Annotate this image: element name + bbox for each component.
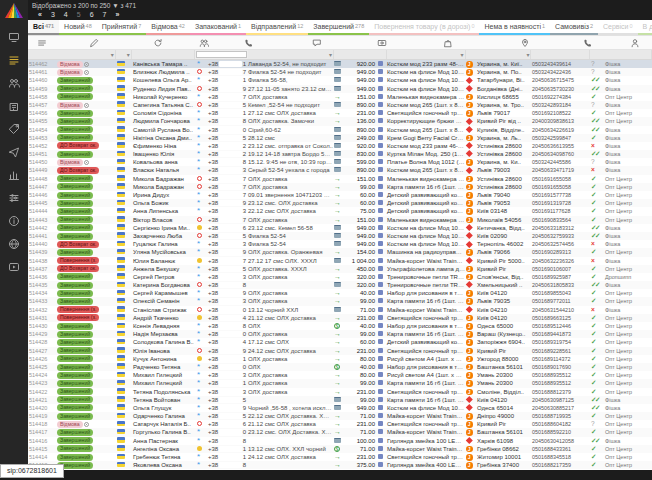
- table-row[interactable]: 514419ЗавершенийОдарченко Галина*+38522.…: [28, 412, 652, 420]
- table-row[interactable]: 514432Повернення (з.Станіслав Стрижак+38…: [28, 306, 652, 314]
- tab-11[interactable]: В дорозі додому0: [638, 20, 652, 35]
- column-header-people-icon[interactable]: [184, 38, 224, 48]
- status-badge: Завершений: [57, 192, 93, 199]
- page-button-3[interactable]: 3: [51, 10, 55, 20]
- table-row[interactable]: 514454ЗавершенийСамотій Руслана Во..*+38…: [28, 126, 652, 134]
- sidebar-clients-icon[interactable]: [6, 76, 22, 90]
- sidebar-price-tag-icon[interactable]: [6, 122, 22, 136]
- table-row[interactable]: 514444ЗавершенийАнна Липенська*+38322.12…: [28, 207, 652, 215]
- page-button-5[interactable]: 5: [77, 10, 81, 20]
- filter-dropdown-6[interactable]: [387, 50, 466, 59]
- table-row[interactable]: 514439ЗавершенийУляна Мусійовська*+389ОЛ…: [28, 248, 652, 256]
- last-page-button[interactable]: »: [115, 10, 119, 20]
- table-row[interactable]: 514417ЗавершенийГоргулько Галина В..*+38…: [28, 428, 652, 436]
- table-row[interactable]: 514437ДО Возврат ок.Анжела Безушку*+385О…: [28, 265, 652, 273]
- table-row[interactable]: 514457ВідмоваСапегина Татьяна С..+385Кем…: [28, 101, 652, 109]
- table-row[interactable]: 514420ЗавершенийОльга Глущук*+389Чорний …: [28, 404, 652, 412]
- sidebar-reports-icon[interactable]: [6, 168, 22, 182]
- table-row[interactable]: 514456ЗавершенийСоломія Сідоніна*+38127.…: [28, 109, 652, 117]
- table-row[interactable]: 514421ЗавершенийТетяна Войтован*+38599.0…: [28, 396, 652, 404]
- column-header-edit-icon[interactable]: [56, 38, 132, 48]
- tab-9[interactable]: Самовивіз2: [550, 20, 598, 35]
- sidebar-orders-icon[interactable]: [6, 53, 22, 67]
- filter-dropdown-4[interactable]: [248, 50, 334, 59]
- column-header-money-icon[interactable]: [360, 38, 404, 48]
- column-header-pin-icon[interactable]: [492, 38, 558, 48]
- records-range-info[interactable]: Відображено з 200 по 250 ▼ з 471: [32, 1, 648, 10]
- sidebar-company-icon[interactable]: [6, 99, 22, 113]
- column-header-person-icon[interactable]: [617, 38, 652, 48]
- tab-8[interactable]: Нема в наявності1: [479, 20, 550, 35]
- table-row[interactable]: 514413ЗавершенийЯковлева Оксана*+388→375…: [28, 461, 652, 469]
- table-row[interactable]: 514452ДО Возврат ок.Єфименко Ніна*+38223…: [28, 142, 652, 150]
- table-row[interactable]: 514447ЗавершенийМикола Бадражан+387ОЛХ д…: [28, 183, 652, 191]
- table-row[interactable]: 514438Повернення (з.Юлия Баланюк+38727.1…: [28, 257, 652, 265]
- table-row[interactable]: 514442ЗавершенийСергієнко Ірина Ми..+386…: [28, 224, 652, 232]
- table-row[interactable]: 514434ЗавершенийСергей Карамышев*+389ОЛХ…: [28, 289, 652, 297]
- sidebar-settings-icon[interactable]: [6, 191, 22, 205]
- table-row[interactable]: 514449ДО Возврат ок.Власюк Наталья*+383С…: [28, 166, 652, 174]
- table-row[interactable]: 514443ЗавершенийВіктор Власов+387ОЛХ дос…: [28, 216, 652, 224]
- table-row[interactable]: 514431Повернення (з.Андрій Ткаченко+3842…: [28, 314, 652, 322]
- column-header-bag-icon[interactable]: [404, 38, 492, 48]
- table-row[interactable]: 514451ЗавершенийІващенко Юлія*+38219.12 …: [28, 150, 652, 158]
- column-header-refresh-icon[interactable]: [132, 38, 184, 48]
- filter-input[interactable]: [196, 51, 247, 58]
- table-row[interactable]: 514424ЗавершенийМихаил Гилецкий*+383ОЛХ …: [28, 371, 652, 379]
- page-button-6[interactable]: 6: [90, 10, 94, 20]
- table-row[interactable]: 514455ЗавершенийЛюдмила Гончарова*+388ОЛ…: [28, 117, 652, 125]
- sidebar-campaigns-icon[interactable]: [6, 145, 22, 159]
- tab-7[interactable]: Повернення товару (в дорозі)0: [369, 20, 479, 35]
- table-row[interactable]: 514433ЗавершенийОлексій Семанін*+383ОЛХ …: [28, 297, 652, 305]
- table-row[interactable]: 514441ЗавершенийЗахарченко Люба+385Фиалк…: [28, 232, 652, 240]
- table-row[interactable]: 514440ДО Возврат ок.Гуцалюк Галина*+383Ф…: [28, 240, 652, 248]
- tab-5[interactable]: Відправлений12: [246, 20, 308, 35]
- table-row[interactable]: 514458ЗавершенийНиколай Кучеренко*+387ОЛ…: [28, 93, 652, 101]
- column-header-list-icon[interactable]: [28, 38, 56, 48]
- sidebar-info-icon[interactable]: [6, 214, 22, 228]
- table-row[interactable]: 514436ЗавершенийСергей Петров*+383ОЛХ до…: [28, 273, 652, 281]
- table-row[interactable]: 514435ЗавершенийКатерина Богданова+38832…: [28, 281, 652, 289]
- table-row[interactable]: 514418ВідмоваСатарчук Наталія Б..+38621.…: [28, 420, 652, 428]
- table-row[interactable]: 514448ЗавершенийМикола Бадражан+387ОЛХ д…: [28, 175, 652, 183]
- sidebar-globe-icon[interactable]: [6, 237, 22, 251]
- table-row[interactable]: 514428ЗавершенийСолодкова Галина В..*+38…: [28, 338, 652, 346]
- table-row[interactable]: 514446ЗавершенийИрина Дидух*+38709.01 зв…: [28, 191, 652, 199]
- table-row[interactable]: 514425ЗавершенийРадченко Тетяна*+380ОЛХ$…: [28, 363, 652, 371]
- table-row[interactable]: 514423ЗавершенийМихаил Гилецкий*+381ОЛХ …: [28, 379, 652, 387]
- filter-dropdown-1[interactable]: [116, 50, 132, 59]
- table-row[interactable]: 514426ЗавершенийКучук Антонина+381ОЛХ до…: [28, 355, 652, 363]
- filter-dropdown-0[interactable]: [28, 50, 116, 59]
- tab-0[interactable]: Всі471: [28, 20, 59, 35]
- table-row[interactable]: 514460ЗавершенийКошелева Ольга Ар..*+381…: [28, 76, 652, 84]
- table-row[interactable]: 514453ЗавершенийНікітіна Оксана Дми..*+3…: [28, 134, 652, 142]
- tab-3[interactable]: Відмова42: [146, 20, 190, 35]
- tab-2[interactable]: Прийнятий7: [97, 20, 147, 35]
- tab-10[interactable]: Сервіси0: [598, 20, 638, 35]
- table-row[interactable]: 514416ЗавершенийАнна Пастернак*+388100.0…: [28, 437, 652, 445]
- table-row[interactable]: 514461ВідмоваБлизнюк Людмила ..+387Фиалк…: [28, 68, 652, 76]
- sidebar-video-icon[interactable]: [6, 260, 22, 274]
- table-row[interactable]: 514422ЗавершенийТетяна Подолянська*+383О…: [28, 388, 652, 396]
- table-row[interactable]: 514445ЗавершенийОльга Божик*+38923.12 см…: [28, 199, 652, 207]
- tab-6[interactable]: Завершений278: [308, 20, 369, 35]
- app-logo-icon[interactable]: [4, 2, 24, 20]
- column-header-handset-icon[interactable]: [558, 38, 617, 48]
- page-button-4[interactable]: 4: [64, 10, 68, 20]
- column-header-phone-icon[interactable]: [224, 38, 274, 48]
- table-row[interactable]: 514462ВідмоваКанівська Тамара ..*+381Лав…: [28, 60, 652, 68]
- column-header-chat-icon[interactable]: [274, 38, 360, 48]
- table-row[interactable]: 514429ЗавершенийНадія Мерзаєва*+380ОЛХ д…: [28, 330, 652, 338]
- page-button-7[interactable]: 7: [103, 10, 107, 20]
- sidebar-dashboard-icon[interactable]: [6, 30, 22, 44]
- table-row[interactable]: 514427ЗавершенийЮлія Іванова+38924.12 см…: [28, 347, 652, 355]
- first-page-button[interactable]: «: [38, 10, 42, 20]
- table-row[interactable]: 514415ЗавершенийАнгеліна Оксана+38113.12…: [28, 445, 652, 453]
- tab-4[interactable]: Запакований1: [190, 20, 246, 35]
- filter-dropdown-7[interactable]: [466, 50, 532, 59]
- tab-1[interactable]: Новий48: [59, 20, 97, 35]
- table-row[interactable]: 514414ЗавершенийГребенюк Тетяна*+38124.1…: [28, 453, 652, 461]
- table-row[interactable]: 514430ЗавершенийКсенія Левадняя*+388ОЛХ$…: [28, 322, 652, 330]
- table-row[interactable]: 514459ЗавершенийРуденко Лидия Пав..+3892…: [28, 85, 652, 93]
- table-row[interactable]: 514450ВідмоваКовальова анна*+38815.12. 9…: [28, 158, 652, 166]
